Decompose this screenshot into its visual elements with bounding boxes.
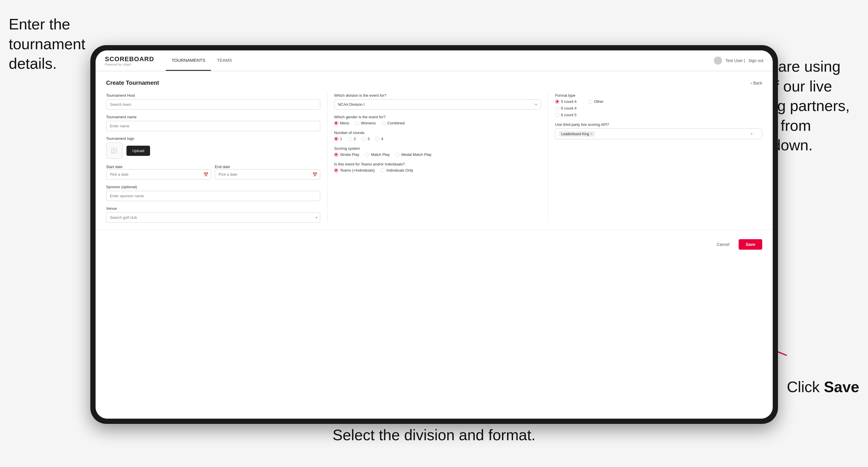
team-teams-label: Teams (+Individuals) <box>340 168 375 173</box>
format-other-radio[interactable] <box>588 100 592 104</box>
logo-text: SCOREBOARD <box>105 55 154 63</box>
scoring-stroke-label: Stroke Play <box>340 152 359 157</box>
rounds-4[interactable]: 4 <box>375 137 383 141</box>
format-5count4-radio[interactable] <box>555 100 559 104</box>
form-col-3: Format type 5 count 4 <box>548 93 762 139</box>
api-dropdown[interactable]: Leaderboard King × ▾ <box>555 128 762 139</box>
division-select[interactable]: NCAA Division I <box>334 99 541 110</box>
end-date-group: End date 📅 <box>215 164 320 180</box>
gender-radio-group: Mens Womens Combined <box>334 121 541 125</box>
tournament-name-input[interactable] <box>106 121 320 131</box>
scoring-medal-radio[interactable] <box>395 153 400 157</box>
rounds-3-label: 3 <box>367 137 369 141</box>
gender-mens[interactable]: Mens <box>334 121 349 125</box>
format-group: Format type 5 count 4 <box>555 93 762 117</box>
nav-tab-tournaments[interactable]: TOURNAMENTS <box>166 51 211 71</box>
end-date-calendar-icon: 📅 <box>312 172 317 177</box>
user-avatar <box>714 57 722 65</box>
scoring-stroke-radio[interactable] <box>334 153 338 157</box>
format-other[interactable]: Other <box>588 99 604 104</box>
nav-right: Test User | Sign out <box>714 57 764 65</box>
date-group: Start date 📅 End date <box>106 164 320 180</box>
form-page: Create Tournament Back Tournament Host T… <box>96 71 773 418</box>
gender-label: Which gender is the event for? <box>334 115 541 119</box>
format-6count5[interactable]: 6 count 5 <box>555 113 762 117</box>
form-col-2: Which division is the event for? NCAA Di… <box>327 93 541 173</box>
sign-out-link[interactable]: Sign out <box>748 58 764 63</box>
annotation-top-left: Enter thetournamentdetails. <box>9 14 85 74</box>
sponsor-label: Sponsor (optional) <box>106 185 320 189</box>
rounds-2[interactable]: 2 <box>348 137 356 141</box>
team-individuals-label: Individuals Only <box>386 168 413 173</box>
page-header: Create Tournament Back <box>106 80 762 86</box>
format-other-label: Other <box>594 99 604 104</box>
top-nav: SCOREBOARD Powered by clippit TOURNAMENT… <box>96 51 773 71</box>
gender-combined-radio[interactable] <box>382 121 386 125</box>
rounds-4-radio[interactable] <box>375 137 379 141</box>
gender-womens-radio[interactable] <box>355 121 359 125</box>
save-button[interactable]: Save <box>739 239 762 250</box>
scoring-group: Scoring system Stroke Play M <box>334 146 541 157</box>
venue-label: Venue <box>106 206 320 211</box>
rounds-3[interactable]: 3 <box>362 137 369 141</box>
format-6count5-radio[interactable] <box>555 113 559 117</box>
tablet-screen: SCOREBOARD Powered by clippit TOURNAMENT… <box>96 51 773 418</box>
format-6count4[interactable]: 6 count 4 <box>555 106 762 111</box>
api-tag-close[interactable]: × <box>590 132 593 136</box>
gender-mens-label: Mens <box>340 121 349 125</box>
tournament-host-input[interactable] <box>106 99 320 110</box>
scoring-label: Scoring system <box>334 146 541 151</box>
rounds-2-label: 2 <box>354 137 356 141</box>
scoring-radio-group: Stroke Play Match Play Med <box>334 152 541 157</box>
gender-womens[interactable]: Womens <box>355 121 376 125</box>
end-date-wrap: 📅 <box>215 169 320 180</box>
format-5count4[interactable]: 5 count 4 <box>555 99 577 104</box>
rounds-group: Number of rounds 1 2 <box>334 130 541 141</box>
rounds-1-label: 1 <box>340 137 342 141</box>
gender-mens-radio[interactable] <box>334 121 338 125</box>
upload-button[interactable]: Upload <box>126 146 150 156</box>
scoring-match[interactable]: Match Play <box>365 152 390 157</box>
start-date-input[interactable] <box>106 169 211 180</box>
scoring-medal[interactable]: Medal Match Play <box>395 152 431 157</box>
scoring-match-radio[interactable] <box>365 153 369 157</box>
end-date-input[interactable] <box>215 169 320 180</box>
back-link[interactable]: Back <box>751 81 762 85</box>
rounds-1[interactable]: 1 <box>334 137 342 141</box>
tournament-name-group: Tournament name <box>106 115 320 131</box>
team-teams-radio[interactable] <box>334 168 338 173</box>
start-date-label: Start date <box>106 165 122 169</box>
team-group: Is this event for Teams and/or Individua… <box>334 162 541 173</box>
scoring-medal-label: Medal Match Play <box>401 152 431 157</box>
format-6count4-radio[interactable] <box>555 106 559 111</box>
venue-input[interactable] <box>106 212 320 223</box>
division-group: Which division is the event for? NCAA Di… <box>334 93 541 110</box>
logo-preview <box>106 143 122 159</box>
scoring-stroke[interactable]: Stroke Play <box>334 152 359 157</box>
cancel-button[interactable]: Cancel <box>711 239 736 250</box>
form-col-1: Tournament Host Tournament name Tourname… <box>106 93 320 223</box>
venue-group: Venue ▾ <box>106 206 320 223</box>
gender-combined[interactable]: Combined <box>382 121 405 125</box>
page-content: Create Tournament Back Tournament Host T… <box>96 71 773 418</box>
team-individuals[interactable]: Individuals Only <box>380 168 413 173</box>
app-container: SCOREBOARD Powered by clippit TOURNAMENT… <box>96 51 773 418</box>
start-date-calendar-icon: 📅 <box>204 172 208 177</box>
rounds-1-radio[interactable] <box>334 137 338 141</box>
date-row: Start date 📅 End date <box>106 164 320 180</box>
tournament-host-label: Tournament Host <box>106 93 320 98</box>
api-tag: Leaderboard King × <box>559 131 595 137</box>
team-individuals-radio[interactable] <box>380 168 384 173</box>
format-5count4-label: 5 count 4 <box>561 99 577 104</box>
sponsor-input[interactable] <box>106 191 320 201</box>
nav-tab-teams[interactable]: TEAMS <box>211 51 238 71</box>
format-options: 5 count 4 Other <box>555 99 762 117</box>
rounds-3-radio[interactable] <box>362 137 366 141</box>
start-date-group: Start date 📅 <box>106 164 211 180</box>
team-teams[interactable]: Teams (+Individuals) <box>334 168 375 173</box>
tournament-name-label: Tournament name <box>106 115 320 119</box>
tournament-host-group: Tournament Host <box>106 93 320 110</box>
scoring-match-label: Match Play <box>371 152 390 157</box>
rounds-2-radio[interactable] <box>348 137 352 141</box>
logo-upload: Upload <box>106 143 320 159</box>
